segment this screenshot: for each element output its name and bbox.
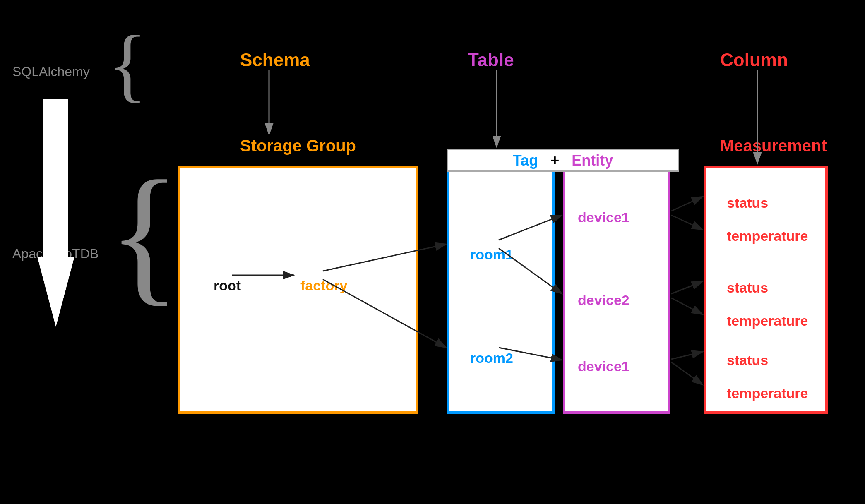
temperature3-node: temperature [727,385,808,401]
svg-line-14 [671,281,703,294]
svg-line-17 [671,362,703,385]
storage-group-box: root factory [178,166,418,414]
temperature2-node: temperature [727,313,808,329]
big-arrow [37,99,74,327]
svg-line-15 [671,298,703,314]
svg-marker-0 [37,99,74,327]
column-header: Column [720,50,788,70]
measurement-box: status temperature status temperature st… [704,166,828,414]
entity-label: Entity [572,152,613,169]
svg-line-12 [671,197,703,211]
diagram: SQLAlchemy Apache IoTDB { { Schema Table… [0,0,865,504]
storage-group-header: Storage Group [240,137,356,155]
schema-header: Schema [240,50,310,70]
svg-line-16 [671,352,703,359]
sqlalchemy-brace: { [108,23,147,106]
room2-node: room2 [470,350,513,366]
status1-node: status [727,195,768,211]
device1-bot-node: device1 [578,358,630,374]
sqlalchemy-label: SQLAlchemy [12,64,90,79]
measurement-header: Measurement [720,137,827,155]
apache-iotdb-brace: { [108,157,181,310]
plus-label: + [550,152,559,169]
tag-label: Tag [513,152,538,169]
root-node: root [214,278,241,294]
svg-line-13 [671,215,703,230]
entity-box: device1 device2 device1 [563,166,670,414]
status2-node: status [727,280,768,296]
tag-box: room1 room2 [447,166,555,414]
room1-node: room1 [470,247,513,263]
status3-node: status [727,352,768,368]
table-header: Table [468,50,514,70]
factory-node: factory [300,278,347,294]
temperature1-node: temperature [727,228,808,244]
device2-node: device2 [578,292,630,308]
device1-top-node: device1 [578,209,630,226]
tag-entity-box: Tag + Entity [447,149,679,172]
